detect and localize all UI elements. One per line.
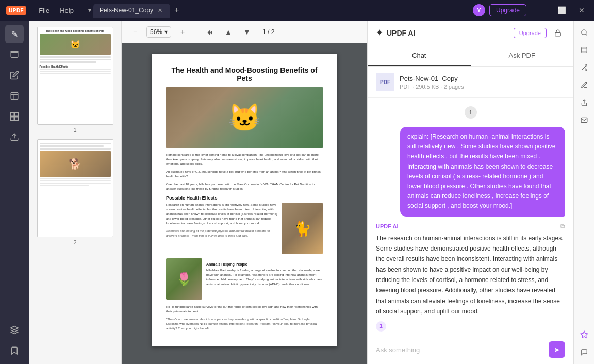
pdf-caption: Scientists are looking at the potential … — [166, 229, 277, 238]
file-name: Pets-New-01_Copy — [400, 75, 565, 82]
thumbnail-label-2: 2 — [73, 239, 76, 245]
title-bar-right: Y Upgrade — ⬜ ✕ — [473, 4, 588, 16]
pdf-scroll[interactable]: The Health and Mood-Boosting Benefits of… — [122, 43, 367, 364]
chat-input[interactable] — [376, 346, 544, 354]
upgrade-button[interactable]: Upgrade — [489, 4, 526, 16]
tab-overflow-btn[interactable]: ▾ — [86, 5, 93, 16]
page-badge: 1 — [465, 106, 477, 119]
pdf-section1-title: Possible Health Effects — [166, 195, 323, 201]
ocr-icon-btn[interactable] — [576, 42, 592, 58]
left-sidebar: ✎ — [0, 21, 29, 364]
sidebar-pages-icon[interactable] — [5, 107, 24, 126]
tab-label: Pets-New-01_Copy — [100, 7, 153, 14]
svg-rect-4 — [15, 113, 19, 117]
pdf-second-text: An estimated 68% of U.S. households have… — [166, 170, 323, 179]
page-first-btn[interactable]: ⏮ — [203, 25, 217, 39]
user-message: explain: [Research on human -animal inte… — [400, 127, 565, 217]
chat-input-area: ➤ — [368, 335, 573, 364]
pdf-small-image: 🌷 — [166, 258, 202, 300]
pdf-bottom-row: 🌷 Animals Helping People NIH/Mars Partne… — [166, 258, 323, 300]
lock-icon-btn[interactable] — [551, 26, 565, 40]
file-details: Pets-New-01_Copy PDF · 290.5 KB · 2 page… — [400, 75, 565, 90]
svg-rect-12 — [581, 47, 587, 53]
ai-label: UPDF AI — [376, 223, 399, 229]
zoom-in-btn[interactable]: + — [175, 25, 190, 39]
pdf-main-text: Nothing compares to the joy of coming ho… — [166, 153, 323, 167]
send-icon: ➤ — [554, 345, 560, 354]
page-prev-btn[interactable]: ▲ — [221, 25, 236, 39]
sidebar-forms-icon[interactable] — [5, 87, 24, 105]
file-type-icon: PDF — [376, 73, 394, 91]
updf-logo: UPDF — [6, 6, 26, 15]
mail-icon-btn[interactable] — [576, 112, 592, 128]
pdf-section2-title: Animals Helping People — [206, 262, 323, 266]
pdf-page-1-title: The Health and Mood-Boosting Benefits of… — [166, 66, 323, 82]
svg-point-10 — [581, 30, 586, 35]
ai-header-actions: Upgrade — [514, 26, 565, 40]
thumbnail-panel: The Health and Mood-Boosting Benefits of… — [29, 21, 122, 364]
new-tab-btn[interactable]: + — [170, 4, 183, 17]
toolbar-divider — [196, 27, 196, 37]
thumbnail-page-1[interactable]: The Health and Mood-Boosting Benefits of… — [33, 27, 117, 133]
svg-rect-6 — [15, 117, 19, 121]
send-btn[interactable]: ➤ — [549, 341, 565, 358]
help-menu[interactable]: Help — [56, 5, 78, 16]
pdf-bottom-text: NIH is funding large-scale surveys to fi… — [166, 305, 323, 314]
pdf-third-text: Over the past 10 years, NIH has partnere… — [166, 182, 323, 191]
svg-rect-0 — [11, 92, 18, 100]
zoom-dropdown-icon: ▾ — [164, 28, 168, 36]
zoom-level: 56% — [150, 28, 162, 36]
sidebar-paint-icon[interactable] — [5, 45, 24, 64]
ai-header: ✦ UPDF AI Upgrade — [368, 21, 573, 45]
minimize-btn[interactable]: — — [535, 5, 548, 15]
tab-ask-pdf[interactable]: Ask PDF — [471, 45, 574, 66]
sidebar-layers-icon[interactable] — [5, 321, 24, 339]
file-info: PDF Pets-New-01_Copy PDF · 290.5 KB · 2 … — [368, 67, 573, 98]
page-next-btn[interactable]: ▼ — [240, 25, 254, 39]
page-display: 1 / 2 — [258, 28, 278, 36]
sign-icon-btn[interactable] — [576, 77, 592, 93]
chat-tabs: Chat Ask PDF — [368, 45, 573, 67]
ai-assist-icon-btn[interactable] — [576, 327, 592, 342]
ai-message: UPDF AI ⧉ The research on human-animal i… — [376, 223, 565, 332]
copy-icon[interactable]: ⧉ — [560, 223, 565, 230]
thumbnail-img-2: 🐕 — [37, 139, 113, 237]
pdf-page-1: The Health and Mood-Boosting Benefits of… — [152, 54, 337, 346]
chat-messages[interactable]: 1 explain: [Research on human -animal in… — [368, 98, 573, 335]
file-meta: PDF · 290.5 KB · 2 pages — [400, 84, 565, 90]
comment-icon-btn[interactable] — [576, 344, 592, 360]
tab-chat[interactable]: Chat — [368, 45, 471, 66]
file-menu[interactable]: File — [35, 5, 54, 16]
svg-rect-3 — [11, 113, 14, 117]
main-layout: ✎ The Health and Mood-Boosting Bene — [0, 21, 594, 364]
zoom-out-btn[interactable]: − — [128, 25, 142, 39]
sidebar-annotate-icon[interactable] — [5, 66, 24, 85]
sidebar-extract-icon[interactable] — [5, 128, 24, 146]
current-page: 1 — [262, 28, 266, 36]
user-avatar[interactable]: Y — [473, 4, 485, 16]
ai-panel: ✦ UPDF AI Upgrade Chat Ask PDF PDF Pets-… — [367, 21, 573, 364]
convert-icon-btn[interactable] — [576, 60, 592, 75]
total-pages: 2 — [271, 28, 275, 36]
thumbnail-page-2[interactable]: 🐕 2 — [33, 139, 117, 245]
ai-upgrade-btn[interactable]: Upgrade — [514, 28, 547, 38]
sidebar-edit-icon[interactable]: ✎ — [5, 25, 24, 43]
tab-close-btn[interactable]: ✕ — [156, 7, 164, 14]
close-btn[interactable]: ✕ — [575, 5, 588, 15]
pdf-section1-image: 🐈 — [282, 203, 323, 254]
pdf-section2-text: NIH/Mars Partnership is funding a range … — [206, 268, 323, 287]
svg-marker-8 — [11, 326, 19, 330]
active-tab[interactable]: Pets-New-01_Copy ✕ — [93, 4, 170, 18]
share-icon-btn[interactable] — [576, 95, 592, 110]
zoom-display[interactable]: 56% ▾ — [146, 26, 171, 38]
pdf-quote-text: "There's no one answer about how a pet c… — [166, 317, 323, 331]
sidebar-bookmark-icon[interactable] — [5, 341, 24, 360]
pdf-section1-text: Research on human-animal interactions is… — [166, 203, 277, 226]
reference-badge[interactable]: 1 — [376, 321, 386, 332]
page-indicator: 1 — [376, 106, 565, 119]
svg-line-11 — [585, 34, 587, 36]
maximize-btn[interactable]: ⬜ — [554, 5, 569, 15]
right-sidebar — [573, 21, 594, 364]
search-icon-btn[interactable] — [576, 25, 592, 40]
thumbnail-label-1: 1 — [73, 127, 76, 133]
